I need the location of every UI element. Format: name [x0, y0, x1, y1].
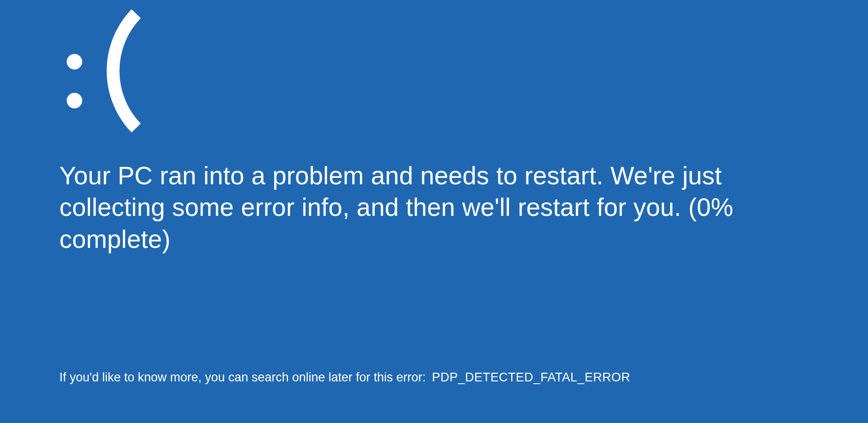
svg-point-1: [67, 93, 82, 108]
message-line-3: complete): [59, 224, 767, 255]
error-code: PDP_DETECTED_FATAL_ERROR: [432, 370, 630, 384]
error-message: Your PC ran into a problem and needs to …: [59, 160, 767, 255]
error-footer: If you'd like to know more, you can sear…: [59, 370, 630, 385]
sad-face-icon: [63, 9, 809, 133]
svg-point-0: [67, 54, 82, 70]
bsod-content: Your PC ran into a problem and needs to …: [59, 9, 809, 255]
message-line-2: collecting some error info, and then we'…: [59, 192, 767, 223]
footer-prefix: If you'd like to know more, you can sear…: [59, 370, 426, 384]
message-line-1: Your PC ran into a problem and needs to …: [59, 160, 767, 192]
